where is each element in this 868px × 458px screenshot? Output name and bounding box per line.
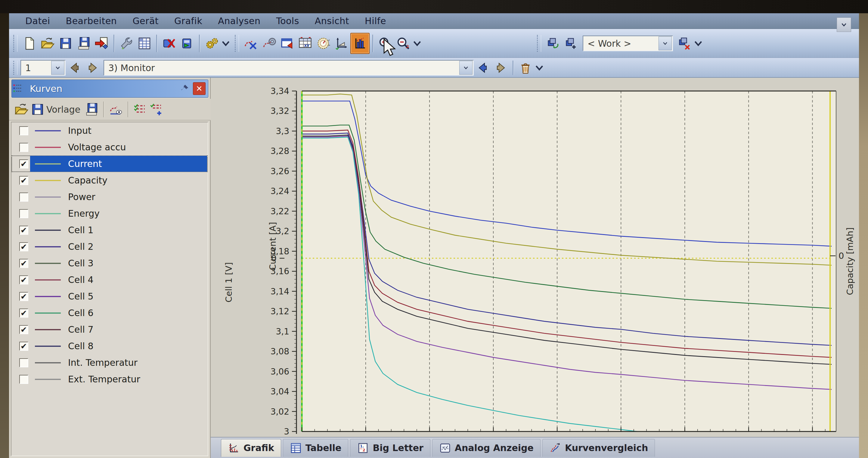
curve-list-item-ext-temperatur[interactable]: Ext. Temperatur (11, 371, 208, 388)
curve-label: Int. Temperatur (68, 357, 137, 368)
stack-add-button[interactable] (562, 33, 580, 53)
toolbar-grip[interactable] (13, 35, 18, 52)
curve-delete-button[interactable] (242, 33, 260, 53)
chevron-down-icon[interactable] (51, 61, 64, 75)
menu-item-tools[interactable]: Tools (268, 16, 307, 26)
chevron-down-button[interactable] (412, 33, 422, 53)
menu-item-datei[interactable]: Datei (18, 16, 58, 26)
curve-list-item-energy[interactable]: Energy (11, 205, 208, 222)
device-connect-button[interactable] (178, 33, 196, 53)
curve-list-item-cell-5[interactable]: ✔Cell 5 (11, 288, 208, 305)
tab-kurvenvergleich[interactable]: Kurvenvergleich (542, 439, 655, 457)
menu-item-hilfe[interactable]: Hilfe (357, 16, 394, 26)
chevron-down-button[interactable] (221, 33, 230, 53)
curve-checkbox[interactable] (19, 358, 28, 367)
menu-item-analysen[interactable]: Analysen (210, 16, 268, 26)
axis-scale-button[interactable] (332, 33, 350, 53)
curve-checkbox[interactable] (19, 126, 28, 135)
curve-list-item-cell-7[interactable]: ✔Cell 7 (11, 321, 208, 338)
close-icon[interactable]: ✕ (193, 82, 206, 95)
curve-checkbox[interactable] (19, 143, 28, 152)
curve-checkbox[interactable]: ✔ (19, 309, 28, 318)
chart-histogram-button[interactable] (350, 33, 370, 54)
toolbar-grip[interactable] (13, 61, 18, 75)
folder-open-button[interactable] (38, 33, 57, 53)
device-grid-button[interactable] (135, 33, 154, 53)
tab-big-letter[interactable]: 1.2Big Letter (350, 439, 430, 457)
curve-checkbox[interactable]: ✔ (19, 325, 28, 334)
gauge-button[interactable] (314, 33, 332, 53)
curve-list-item-voltage-accu[interactable]: Voltage accu (11, 139, 208, 155)
curve-checkbox[interactable] (19, 375, 28, 384)
chevron-down-button[interactable] (693, 33, 703, 53)
curve-checkbox[interactable]: ✔ (19, 292, 28, 301)
menu-item-grafik[interactable]: Grafik (166, 16, 210, 26)
curve-list-item-input[interactable]: Input (11, 122, 208, 139)
save-template-button[interactable] (30, 101, 46, 118)
curve-pin-button[interactable] (260, 33, 278, 53)
curve-checkbox[interactable]: ✔ (19, 342, 28, 351)
curve-list-item-cell-1[interactable]: ✔Cell 1 (11, 222, 208, 238)
curve-checkbox[interactable]: ✔ (19, 176, 28, 185)
tab-analog-anzeige[interactable]: Analog Anzeige (432, 439, 540, 457)
curve-list-item-int-temperatur[interactable]: Int. Temperatur (11, 354, 208, 371)
curve-visibility-button[interactable] (108, 101, 124, 118)
add-curve-button[interactable] (148, 101, 165, 118)
curve-checkbox[interactable]: ✔ (19, 242, 28, 251)
curve-checkbox[interactable] (19, 209, 28, 218)
menu-item-bearbeiten[interactable]: Bearbeiten (58, 16, 125, 26)
chevron-down-icon[interactable] (658, 36, 672, 50)
tab-tabelle[interactable]: Tabelle (283, 439, 348, 457)
curve-list-item-current[interactable]: ✔Current (11, 155, 208, 172)
curve-checkbox[interactable]: ✔ (19, 259, 28, 268)
curve-list-item-cell-6[interactable]: ✔Cell 6 (11, 305, 208, 321)
toolbar-grip[interactable] (235, 35, 239, 52)
next-page-button[interactable] (84, 59, 102, 77)
page-combobox[interactable]: 1 (21, 60, 66, 76)
previous-monitor-button[interactable] (474, 59, 492, 77)
workspace-combobox[interactable]: < Work > (583, 35, 673, 51)
kurven-panel-titlebar[interactable]: Kurven ✕ (11, 80, 208, 97)
previous-page-button[interactable] (66, 59, 84, 77)
window-export-icon (280, 36, 294, 51)
curve-list-item-power[interactable]: Power (11, 189, 208, 205)
wrench-button[interactable] (117, 33, 135, 53)
curve-list-item-cell-8[interactable]: ✔Cell 8 (11, 338, 208, 354)
workspace-value: < Work > (583, 38, 658, 49)
toolbar-grip[interactable] (537, 35, 541, 52)
save-template-as-button[interactable] (83, 101, 100, 118)
chevron-down-icon[interactable] (459, 61, 472, 75)
stack-undo-button[interactable] (544, 33, 562, 53)
delete-monitor-button[interactable] (517, 59, 534, 77)
floppy-save-button[interactable] (57, 33, 75, 53)
y-tick-label: 3,3 (276, 126, 289, 136)
tab-grafik[interactable]: Grafik (221, 439, 281, 457)
export-doc-button[interactable] (93, 33, 111, 53)
check-all-curves-button[interactable] (132, 101, 148, 118)
stack-delete-button[interactable] (675, 33, 693, 53)
curve-list-item-cell-3[interactable]: ✔Cell 3 (11, 255, 208, 271)
menu-item-ansicht[interactable]: Ansicht (307, 16, 357, 26)
monitor-combobox[interactable]: 3) Monitor (103, 60, 474, 76)
curve-checkbox[interactable]: ✔ (19, 226, 28, 235)
curve-list-item-cell-4[interactable]: ✔Cell 4 (11, 271, 208, 288)
floppy-save-as-button[interactable] (75, 33, 93, 53)
table-xy-button[interactable]: XY (296, 33, 314, 53)
device-disconnect-button[interactable] (160, 33, 178, 53)
doc-new-button[interactable] (21, 33, 38, 53)
window-export-button[interactable] (278, 33, 296, 53)
curve-list-item-cell-2[interactable]: ✔Cell 2 (11, 238, 208, 255)
curve-color-swatch (35, 147, 61, 148)
monitor-options-button[interactable] (534, 58, 544, 78)
tabbar-chevron-button[interactable] (837, 18, 851, 32)
gear-pair-button[interactable] (203, 33, 221, 53)
curve-checkbox[interactable]: ✔ (19, 276, 28, 284)
pin-icon[interactable] (179, 83, 190, 95)
next-monitor-button[interactable] (492, 59, 510, 77)
curve-checkbox[interactable] (19, 193, 28, 202)
open-template-button[interactable] (13, 101, 30, 118)
menu-item-gert[interactable]: Gerät (125, 16, 166, 26)
curve-list-item-capacity[interactable]: ✔Capacity (11, 172, 208, 189)
curve-checkbox[interactable]: ✔ (19, 160, 28, 168)
y-tick-label: 3,26 (271, 166, 289, 176)
